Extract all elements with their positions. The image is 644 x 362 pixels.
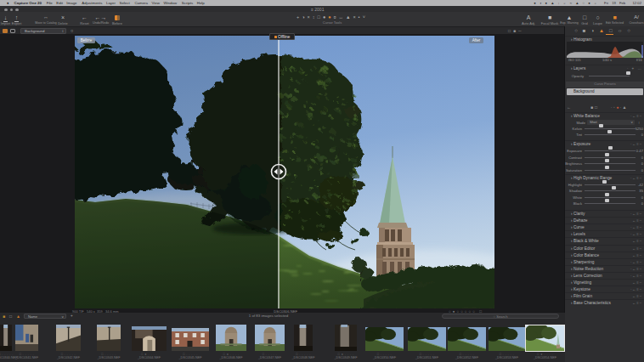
svg-text:Before: Before bbox=[81, 38, 93, 42]
svg-text:After: After bbox=[472, 38, 481, 42]
